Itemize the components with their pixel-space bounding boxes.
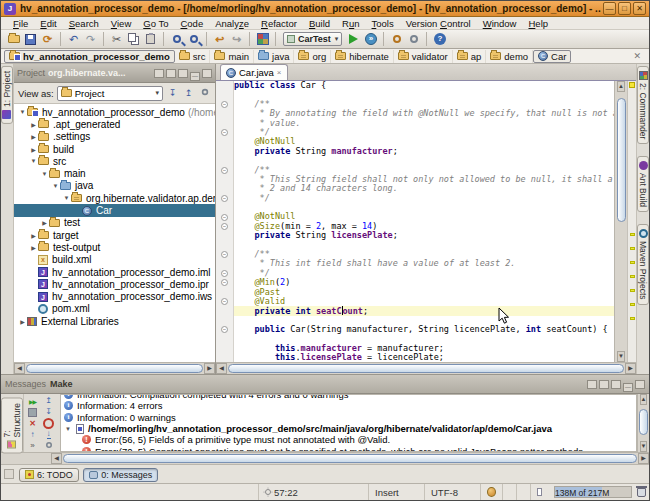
code-line[interactable]: − @Size(min = 2, max = 14)	[216, 222, 614, 231]
menu-go-to[interactable]: Go To	[137, 18, 174, 29]
collapsed-arrow-icon[interactable]: ▶	[29, 232, 38, 239]
export-icon[interactable]	[41, 430, 56, 440]
file-row[interactable]: ▼/home/morling/hv_annotation_processor_d…	[64, 423, 636, 434]
collapsed-arrow-icon[interactable]: ▶	[18, 318, 27, 325]
garbage-collector-icon[interactable]	[637, 488, 646, 497]
scroll-down-icon[interactable]: ▼	[640, 441, 648, 452]
breadcrumb-item-main[interactable]: main	[210, 50, 254, 63]
warning-stripe-mark[interactable]	[630, 275, 635, 278]
project-settings-icon[interactable]	[405, 31, 422, 47]
tree-item-car[interactable]: CCar	[14, 204, 215, 216]
menu-file[interactable]: File	[7, 18, 34, 29]
fold-marker-icon[interactable]: −	[221, 129, 228, 136]
view-as-combo[interactable]: Project ▾	[57, 86, 163, 101]
tab-car-java[interactable]: C Car.java ×	[220, 64, 288, 80]
messages-vscrollbar[interactable]: ▲ ▼	[637, 394, 649, 452]
code-line[interactable]	[216, 241, 614, 250]
scroll-left-icon[interactable]: ◀	[14, 363, 25, 374]
minimize-button[interactable]: —	[603, 2, 616, 15]
menu-help[interactable]: Help	[522, 18, 554, 29]
menu-build[interactable]: Build	[303, 18, 336, 29]
insert-mode-indicator[interactable]: Insert	[368, 484, 424, 500]
code-line[interactable]: @NotNull	[216, 137, 614, 146]
tree-item-external-libraries[interactable]: ▶External Libraries	[14, 315, 215, 327]
expanded-arrow-icon[interactable]: ▼	[40, 171, 49, 177]
tree-item-hv-annotation-processor-demo-ipr[interactable]: Jhv_annotation_processor_demo.ipr	[14, 278, 215, 290]
minimize-icon[interactable]: —	[623, 383, 633, 392]
minimize-icon[interactable]: —	[190, 72, 200, 81]
scroll-left-icon[interactable]: ◀	[51, 453, 62, 464]
undo-icon[interactable]	[65, 31, 82, 47]
maximize-button[interactable]: □	[618, 2, 631, 15]
dock-icon[interactable]	[599, 380, 609, 389]
scroll-up-icon[interactable]: ▲	[617, 81, 625, 92]
tree-item--apt-generated[interactable]: ▶.apt_generated	[14, 118, 215, 130]
code-line[interactable]: − /**	[216, 166, 614, 175]
rerun-icon[interactable]	[25, 396, 40, 406]
dock-icon[interactable]	[166, 69, 176, 78]
fold-marker-icon[interactable]: −	[221, 298, 228, 305]
toolwindow-button-2-commander[interactable]: 2: Commander	[637, 66, 649, 144]
tree-item-build-xml[interactable]: xbuild.xml	[14, 254, 215, 266]
float-icon[interactable]	[154, 69, 164, 78]
expanded-arrow-icon[interactable]: ▼	[29, 158, 38, 164]
expand-all-icon[interactable]	[41, 407, 56, 417]
pin-icon[interactable]	[178, 69, 188, 78]
project-tree-hscrollbar[interactable]: ◀ ▶	[14, 362, 215, 374]
code-line[interactable]: − public Car(String manufacturer, String…	[216, 325, 614, 334]
forward-icon[interactable]	[228, 31, 245, 47]
menu-analyze[interactable]: Analyze	[209, 18, 255, 29]
debug-icon[interactable]: »	[362, 31, 379, 47]
code-line[interactable]: − /**	[216, 100, 614, 109]
breadcrumb-item-hv_annotation_processor_demo[interactable]: hv_annotation_processor_demo	[4, 50, 175, 63]
code-editor[interactable]: public class Car {− /** * By annotating …	[216, 81, 614, 362]
cut-icon[interactable]	[108, 31, 125, 47]
toolwindow-button-1-project[interactable]: 1: Project	[1, 66, 13, 124]
tree-item-org-hibernate-validator-ap-demo[interactable]: ▼org.hibernate.validator.ap.demo	[14, 192, 215, 204]
breadcrumb-item-car[interactable]: CCar	[533, 50, 571, 63]
collapse-all-icon[interactable]: ↥	[182, 87, 195, 100]
sync-icon[interactable]	[39, 31, 56, 47]
expanded-arrow-icon[interactable]: ▼	[62, 195, 71, 201]
scrollbar-thumb[interactable]	[617, 98, 626, 222]
breadcrumb-item-src[interactable]: src	[175, 50, 211, 63]
open-icon[interactable]	[5, 31, 22, 47]
toolwindow-button-7-structure[interactable]: 7: Structure	[1, 397, 23, 453]
code-line[interactable]: * value.	[216, 119, 614, 128]
run-configuration-combo[interactable]: CarTest▾	[283, 32, 342, 46]
tree-item-test[interactable]: ▶test	[14, 217, 215, 229]
stop-icon[interactable]	[25, 407, 40, 417]
menu-code[interactable]: Code	[174, 18, 209, 29]
breadcrumb-item-java[interactable]: java	[254, 50, 294, 63]
scrollbar-thumb[interactable]	[639, 409, 648, 435]
breadcrumb-item-demo[interactable]: demo	[486, 50, 533, 63]
encoding-indicator[interactable]: UTF-8	[424, 484, 480, 500]
code-line[interactable]: * 2 and 14 characters long.	[216, 184, 614, 193]
expanded-arrow-icon[interactable]: ▼	[18, 109, 27, 115]
code-line[interactable]: − */	[216, 194, 614, 203]
help-icon[interactable]: ?	[431, 31, 448, 47]
code-line[interactable]: * By annotating the field with @NotNull …	[216, 109, 614, 118]
toolwindow-button-6-todo[interactable]: 6: TODO	[19, 468, 79, 482]
hide-icon[interactable]	[635, 380, 645, 389]
fold-marker-icon[interactable]: −	[221, 326, 228, 333]
code-line[interactable]: − @NotNull	[216, 212, 614, 221]
code-line[interactable]	[216, 90, 614, 99]
breadcrumb-item-validator[interactable]: validator	[394, 50, 453, 63]
warning-stripe-mark[interactable]	[630, 317, 635, 320]
toolwindow-button-ant-build[interactable]: Ant Build	[637, 156, 649, 212]
fold-marker-icon[interactable]: −	[221, 251, 228, 258]
back-icon[interactable]	[211, 31, 228, 47]
warning-stripe-mark[interactable]	[630, 261, 635, 264]
tree-item-hv-annotation-processor-demo-iws[interactable]: Jhv_annotation_processor_demo.iws	[14, 290, 215, 302]
close-button[interactable]: ✕	[633, 2, 646, 15]
breadcrumb-close-icon[interactable]: ✕	[628, 51, 646, 61]
tree-item-hv-annotation-processor-demo[interactable]: ▼hv_annotation_processor_demo(/home/	[14, 106, 215, 118]
tree-item-src[interactable]: ▼src	[14, 155, 215, 167]
code-line[interactable]: − /**	[216, 250, 614, 259]
fold-marker-icon[interactable]: −	[221, 101, 228, 108]
close-icon[interactable]	[25, 418, 40, 428]
scroll-right-icon[interactable]: ▶	[204, 363, 215, 374]
fold-marker-icon[interactable]: −	[221, 279, 228, 286]
editor-vscrollbar[interactable]: ▲ ▼	[614, 81, 627, 362]
